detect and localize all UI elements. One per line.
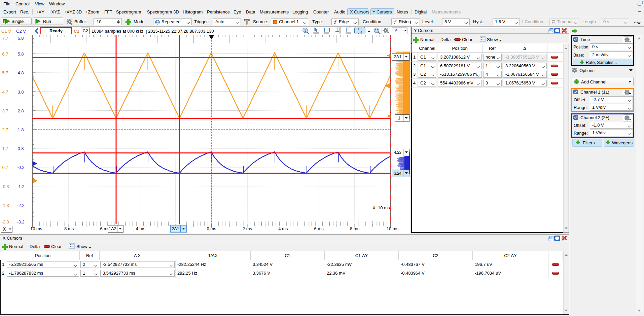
svg-text:8 ms: 8 ms [350, 226, 360, 231]
svg-text:4 ms: 4 ms [278, 226, 288, 231]
svg-text:0 ms: 0 ms [207, 226, 216, 231]
svg-text:1: 1 [3, 20, 5, 23]
svg-text:6 ms: 6 ms [314, 226, 324, 231]
svg-text:2 ms: 2 ms [243, 226, 252, 231]
svg-text:-10 ms: -10 ms [29, 226, 42, 231]
svg-text:10 ms: 10 ms [387, 226, 399, 231]
svg-text:-8 ms: -8 ms [63, 226, 74, 231]
svg-text:X: 10 ms: X: 10 ms [372, 205, 390, 210]
svg-text:-4 ms: -4 ms [134, 226, 145, 231]
